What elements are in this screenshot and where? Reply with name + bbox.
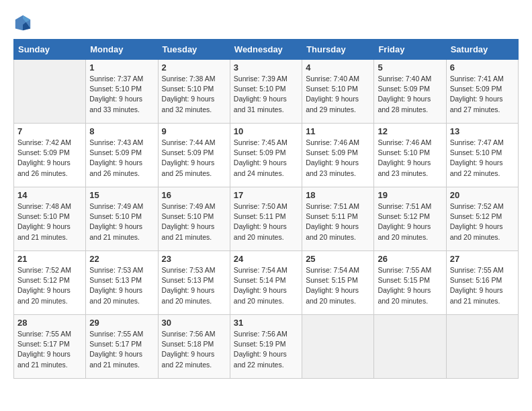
day-info: Sunrise: 7:48 AMSunset: 5:10 PMDaylight:… [17,201,82,242]
day-info: Sunrise: 7:38 AMSunset: 5:10 PMDaylight:… [162,74,226,115]
day-info: Sunrise: 7:46 AMSunset: 5:09 PMDaylight:… [306,138,370,179]
page-header [13,13,519,32]
day-info: Sunrise: 7:50 AMSunset: 5:11 PMDaylight:… [234,201,298,242]
day-cell: 27Sunrise: 7:55 AMSunset: 5:16 PMDayligh… [446,251,518,315]
week-row-4: 21Sunrise: 7:52 AMSunset: 5:12 PMDayligh… [14,251,519,315]
day-number: 11 [306,126,370,136]
day-cell: 9Sunrise: 7:44 AMSunset: 5:09 PMDaylight… [158,124,230,187]
day-info: Sunrise: 7:53 AMSunset: 5:13 PMDaylight:… [162,265,226,306]
day-number: 21 [17,254,82,264]
day-info: Sunrise: 7:40 AMSunset: 5:09 PMDaylight:… [378,74,442,115]
day-number: 24 [234,254,298,264]
day-cell [446,315,518,379]
week-row-5: 28Sunrise: 7:55 AMSunset: 5:17 PMDayligh… [14,315,519,379]
day-cell: 10Sunrise: 7:45 AMSunset: 5:09 PMDayligh… [230,124,302,187]
day-number: 30 [162,318,226,328]
day-cell: 20Sunrise: 7:52 AMSunset: 5:12 PMDayligh… [446,187,518,251]
day-info: Sunrise: 7:53 AMSunset: 5:13 PMDaylight:… [89,265,154,306]
day-cell [14,60,86,124]
day-info: Sunrise: 7:54 AMSunset: 5:15 PMDaylight:… [306,265,370,306]
day-cell: 17Sunrise: 7:50 AMSunset: 5:11 PMDayligh… [230,187,302,251]
day-cell: 18Sunrise: 7:51 AMSunset: 5:11 PMDayligh… [302,187,374,251]
day-info: Sunrise: 7:55 AMSunset: 5:17 PMDaylight:… [89,329,154,370]
day-cell: 14Sunrise: 7:48 AMSunset: 5:10 PMDayligh… [14,187,86,251]
day-cell: 4Sunrise: 7:40 AMSunset: 5:10 PMDaylight… [302,60,374,124]
header-wednesday: Wednesday [230,40,302,60]
day-number: 1 [89,62,154,73]
day-number: 16 [162,190,226,200]
day-cell: 24Sunrise: 7:54 AMSunset: 5:14 PMDayligh… [230,251,302,315]
day-number: 2 [162,62,226,73]
day-number: 19 [378,190,442,200]
day-info: Sunrise: 7:56 AMSunset: 5:19 PMDaylight:… [234,329,298,370]
week-row-3: 14Sunrise: 7:48 AMSunset: 5:10 PMDayligh… [14,187,519,251]
day-info: Sunrise: 7:40 AMSunset: 5:10 PMDaylight:… [306,74,370,115]
day-info: Sunrise: 7:46 AMSunset: 5:10 PMDaylight:… [378,138,442,179]
day-cell: 15Sunrise: 7:49 AMSunset: 5:10 PMDayligh… [86,187,158,251]
day-info: Sunrise: 7:56 AMSunset: 5:18 PMDaylight:… [162,329,226,370]
day-cell: 25Sunrise: 7:54 AMSunset: 5:15 PMDayligh… [302,251,374,315]
day-number: 10 [234,126,298,136]
logo [13,13,35,32]
day-cell: 2Sunrise: 7:38 AMSunset: 5:10 PMDaylight… [158,60,230,124]
day-number: 3 [234,62,298,73]
day-cell [374,315,446,379]
day-info: Sunrise: 7:41 AMSunset: 5:09 PMDaylight:… [450,74,515,115]
day-cell: 19Sunrise: 7:51 AMSunset: 5:12 PMDayligh… [374,187,446,251]
day-cell: 13Sunrise: 7:47 AMSunset: 5:10 PMDayligh… [446,124,518,187]
header-thursday: Thursday [302,40,374,60]
day-number: 28 [17,318,82,328]
day-info: Sunrise: 7:52 AMSunset: 5:12 PMDaylight:… [450,201,515,242]
day-cell: 23Sunrise: 7:53 AMSunset: 5:13 PMDayligh… [158,251,230,315]
day-number: 22 [89,254,154,264]
day-cell: 26Sunrise: 7:55 AMSunset: 5:15 PMDayligh… [374,251,446,315]
day-info: Sunrise: 7:42 AMSunset: 5:09 PMDaylight:… [17,138,82,179]
day-info: Sunrise: 7:54 AMSunset: 5:14 PMDaylight:… [234,265,298,306]
day-number: 31 [234,318,298,328]
day-cell: 1Sunrise: 7:37 AMSunset: 5:10 PMDaylight… [86,60,158,124]
day-cell [302,315,374,379]
day-info: Sunrise: 7:37 AMSunset: 5:10 PMDaylight:… [89,74,154,115]
header-sunday: Sunday [14,40,86,60]
day-info: Sunrise: 7:55 AMSunset: 5:17 PMDaylight:… [17,329,82,370]
day-number: 15 [89,190,154,200]
day-info: Sunrise: 7:45 AMSunset: 5:09 PMDaylight:… [234,138,298,179]
day-cell: 28Sunrise: 7:55 AMSunset: 5:17 PMDayligh… [14,315,86,379]
day-number: 23 [162,254,226,264]
day-number: 25 [306,254,370,264]
day-info: Sunrise: 7:55 AMSunset: 5:15 PMDaylight:… [378,265,442,306]
day-cell: 30Sunrise: 7:56 AMSunset: 5:18 PMDayligh… [158,315,230,379]
day-number: 5 [378,62,442,73]
day-cell: 8Sunrise: 7:43 AMSunset: 5:09 PMDaylight… [86,124,158,187]
day-cell: 29Sunrise: 7:55 AMSunset: 5:17 PMDayligh… [86,315,158,379]
header-tuesday: Tuesday [158,40,230,60]
header-saturday: Saturday [446,40,518,60]
day-info: Sunrise: 7:39 AMSunset: 5:10 PMDaylight:… [234,74,298,115]
day-cell: 5Sunrise: 7:40 AMSunset: 5:09 PMDaylight… [374,60,446,124]
header-row: Sunday Monday Tuesday Wednesday Thursday… [14,40,519,60]
day-info: Sunrise: 7:51 AMSunset: 5:12 PMDaylight:… [378,201,442,242]
logo-icon [13,13,32,32]
day-cell: 22Sunrise: 7:53 AMSunset: 5:13 PMDayligh… [86,251,158,315]
day-info: Sunrise: 7:49 AMSunset: 5:10 PMDaylight:… [89,201,154,242]
day-cell: 6Sunrise: 7:41 AMSunset: 5:09 PMDaylight… [446,60,518,124]
day-number: 8 [89,126,154,136]
day-number: 6 [450,62,515,73]
day-info: Sunrise: 7:49 AMSunset: 5:10 PMDaylight:… [162,201,226,242]
header-friday: Friday [374,40,446,60]
day-number: 13 [450,126,515,136]
header-monday: Monday [86,40,158,60]
day-cell: 11Sunrise: 7:46 AMSunset: 5:09 PMDayligh… [302,124,374,187]
day-cell: 31Sunrise: 7:56 AMSunset: 5:19 PMDayligh… [230,315,302,379]
day-number: 9 [162,126,226,136]
day-number: 20 [450,190,515,200]
day-number: 27 [450,254,515,264]
day-number: 4 [306,62,370,73]
day-number: 14 [17,190,82,200]
day-cell: 3Sunrise: 7:39 AMSunset: 5:10 PMDaylight… [230,60,302,124]
week-row-2: 7Sunrise: 7:42 AMSunset: 5:09 PMDaylight… [14,124,519,187]
day-number: 26 [378,254,442,264]
day-number: 18 [306,190,370,200]
day-cell: 16Sunrise: 7:49 AMSunset: 5:10 PMDayligh… [158,187,230,251]
day-cell: 7Sunrise: 7:42 AMSunset: 5:09 PMDaylight… [14,124,86,187]
